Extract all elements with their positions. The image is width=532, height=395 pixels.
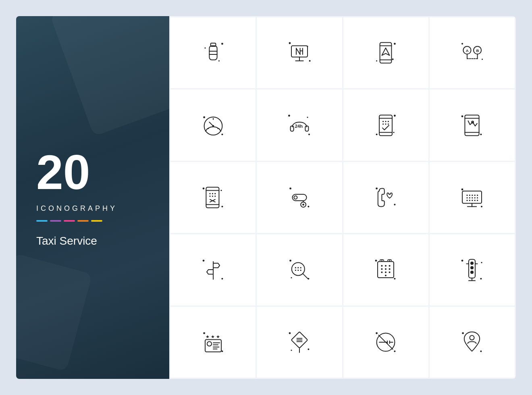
- svg-point-70: [209, 193, 210, 194]
- svg-point-65: [221, 206, 223, 207]
- svg-point-75: [214, 195, 216, 197]
- svg-point-52: [382, 121, 384, 122]
- main-container: 20 ICONOGRAPHY Taxi Service: [16, 16, 516, 379]
- svg-point-98: [469, 197, 470, 198]
- location-person-icon: [430, 307, 515, 378]
- svg-point-54: [388, 121, 389, 122]
- svg-point-147: [203, 332, 205, 334]
- svg-point-128: [389, 265, 391, 267]
- water-bottle-icon: [170, 17, 256, 88]
- svg-point-131: [389, 268, 391, 270]
- svg-point-66: [220, 190, 222, 191]
- traffic-light-icon: [430, 234, 515, 305]
- svg-point-59: [480, 133, 482, 135]
- svg-text:A: A: [466, 48, 469, 53]
- svg-point-88: [481, 206, 482, 207]
- svg-line-114: [303, 274, 308, 279]
- svg-point-158: [291, 349, 292, 351]
- svg-point-142: [470, 271, 474, 274]
- color-bar-5: [91, 220, 102, 222]
- svg-point-0: [221, 43, 223, 45]
- svg-point-173: [480, 350, 482, 352]
- navigation-phone-icon: [343, 17, 428, 88]
- svg-point-157: [308, 348, 309, 350]
- svg-point-102: [467, 200, 468, 201]
- direction-sign-icon: [170, 234, 256, 305]
- svg-point-122: [394, 278, 396, 280]
- svg-point-40: [288, 114, 290, 116]
- icon-grid: A B: [169, 16, 516, 379]
- svg-point-138: [481, 262, 482, 263]
- svg-point-117: [300, 267, 301, 268]
- svg-point-118: [295, 270, 296, 271]
- svg-point-151: [207, 341, 211, 346]
- svg-point-32: [203, 116, 205, 118]
- svg-point-84: [294, 196, 297, 199]
- svg-point-107: [202, 260, 204, 262]
- svg-point-164: [376, 332, 378, 334]
- svg-point-19: [376, 60, 377, 62]
- taxi-monitor-icon: [430, 162, 515, 233]
- svg-point-108: [221, 278, 223, 280]
- svg-point-36: [212, 125, 214, 127]
- svg-point-136: [461, 260, 463, 262]
- svg-point-26: [482, 59, 483, 60]
- taxi-sign-icon: [257, 17, 342, 88]
- svg-text:B: B: [476, 48, 479, 53]
- svg-point-94: [472, 195, 473, 196]
- svg-point-126: [381, 265, 383, 267]
- svg-point-119: [297, 270, 299, 271]
- left-panel: 20 ICONOGRAPHY Taxi Service: [16, 16, 169, 379]
- svg-point-96: [477, 195, 478, 196]
- svg-point-141: [470, 266, 474, 270]
- rating-card-icon: ★ ★ ★: [170, 307, 256, 378]
- svg-text:24h: 24h: [295, 123, 303, 128]
- svg-point-56: [385, 123, 387, 125]
- svg-point-127: [385, 265, 387, 267]
- svg-text:★ ★ ★: ★ ★ ★: [205, 334, 220, 339]
- svg-point-101: [477, 197, 478, 198]
- svg-point-130: [385, 268, 387, 270]
- svg-point-87: [461, 189, 463, 191]
- booking-phone-icon: [343, 89, 428, 160]
- svg-point-1: [218, 60, 219, 62]
- set-title: Taxi Service: [36, 235, 97, 247]
- svg-point-46: [394, 114, 396, 116]
- svg-point-116: [297, 267, 299, 268]
- svg-point-156: [289, 332, 291, 334]
- svg-point-137: [480, 278, 482, 280]
- svg-point-105: [474, 200, 476, 201]
- svg-point-172: [462, 332, 464, 334]
- 24h-support-icon: 24h: [257, 89, 342, 160]
- svg-point-110: [289, 260, 291, 262]
- search-taxi-icon: [257, 234, 342, 305]
- svg-point-106: [477, 200, 478, 201]
- svg-point-18: [394, 43, 396, 45]
- color-bar-1: [36, 220, 48, 222]
- svg-point-129: [381, 268, 383, 270]
- svg-point-85: [376, 187, 378, 189]
- road-sign-icon: [257, 307, 342, 378]
- map-phone-icon: [430, 89, 515, 160]
- svg-point-64: [202, 187, 204, 189]
- svg-point-57: [388, 123, 389, 125]
- svg-point-71: [212, 193, 213, 194]
- color-bar-2: [50, 220, 61, 222]
- route-ab-icon: A B: [430, 17, 515, 88]
- color-bars: [36, 220, 102, 222]
- no-smoking-icon: [343, 307, 428, 378]
- speedometer-icon: [170, 89, 256, 160]
- route-pin-icon: [257, 162, 342, 233]
- svg-point-132: [381, 272, 383, 273]
- svg-rect-89: [462, 191, 482, 203]
- icon-count: 20: [36, 148, 90, 196]
- svg-point-8: [309, 60, 310, 62]
- svg-point-135: [385, 275, 387, 276]
- cancel-booking-icon: [170, 162, 256, 233]
- telephone-keypad-icon: [343, 234, 428, 305]
- svg-point-72: [214, 193, 216, 194]
- svg-point-93: [469, 195, 470, 196]
- svg-rect-80: [292, 194, 306, 201]
- svg-point-53: [385, 121, 387, 122]
- svg-point-78: [289, 187, 291, 189]
